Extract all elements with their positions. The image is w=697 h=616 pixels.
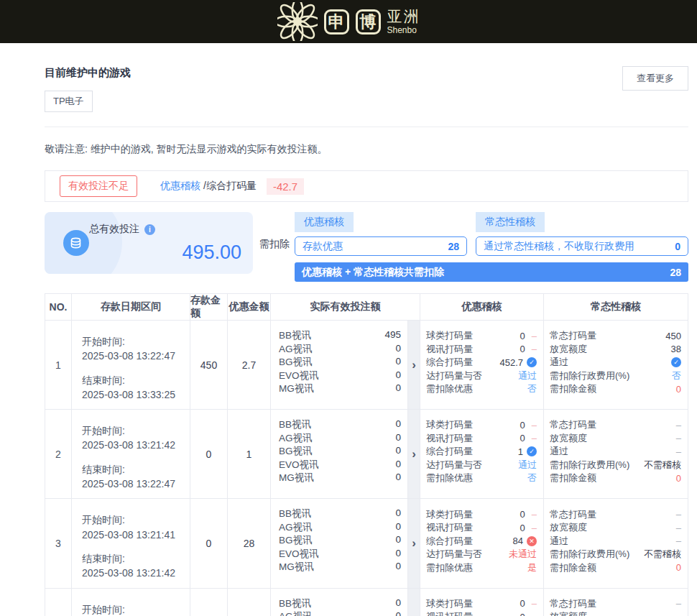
stat-value: 0– <box>520 509 537 520</box>
col-header-deposit: 存款金额 <box>190 294 228 321</box>
bet-line: BG视讯0 <box>279 534 401 548</box>
normal-deduction-label: 通过常态性稽核，不收取行政费用 <box>484 240 634 253</box>
cross-icon: ✕ <box>527 536 537 546</box>
bet-provider-label: MG视讯 <box>279 561 314 574</box>
stat-number: 0 <box>520 420 525 431</box>
stat-label: 需扣除行政费用(%) <box>550 369 629 382</box>
deduction-panels: 优惠稽核 存款优惠 28 常态性稽核 通过常态性稽核，不收取行政费用 0 优惠稽… <box>295 212 688 282</box>
tab-normal-audit[interactable]: 常态性稽核 <box>476 212 545 232</box>
row-expander[interactable]: › <box>408 499 420 588</box>
normal-audit-cell: 常态打码量–放宽额度–通过–需扣除行政费用(%)不需稽核需扣除金额0 <box>544 589 688 616</box>
stat-label: 放宽额度 <box>550 432 587 445</box>
bet-provider-label: MG视讯 <box>279 472 314 485</box>
dash-mark: – <box>676 433 681 443</box>
promo-audit-link[interactable]: 优惠稽核 <box>160 180 200 193</box>
bet-amount: 0 <box>395 507 401 521</box>
stat-line: 需扣除金额0 <box>550 561 681 574</box>
amount-value: 0 <box>676 473 681 484</box>
audit-deficit-value: -42.7 <box>267 178 304 195</box>
promo-audit-cell: 球类打码量0–视讯打码量0–综合打码量84✕达打码量与否未通过需扣除优惠是 <box>420 499 544 588</box>
bet-provider-label: EVO视讯 <box>279 548 319 561</box>
stat-line: 需扣除优惠否 <box>426 472 537 485</box>
row-expander[interactable]: › <box>408 410 420 499</box>
info-icon[interactable]: i <box>144 224 155 235</box>
stat-line: 视讯打码量0– <box>426 610 537 616</box>
tab-promo-audit[interactable]: 优惠稽核 <box>295 212 354 232</box>
stat-label: 球类打码量 <box>426 508 473 521</box>
pass-value: 否 <box>672 369 681 382</box>
stat-label: 放宽额度 <box>550 610 587 616</box>
insufficient-bet-badge: 有效投注不足 <box>60 175 137 197</box>
pass-value: 通过 <box>518 459 537 472</box>
total-deduction-value: 28 <box>670 267 681 278</box>
stat-line: 通过✓ <box>550 356 681 369</box>
table-row: 3开始时间:2025-03-08 13:21:41结束时间:2025-03-08… <box>45 499 688 588</box>
bet-line: MG视讯0 <box>279 382 401 396</box>
audit-metric-label: /综合打码量 <box>203 180 257 193</box>
stat-line: 放宽额度– <box>550 610 681 616</box>
dash-mark: – <box>676 523 681 533</box>
bet-line: AG视讯0 <box>279 343 401 357</box>
bet-amount: 0 <box>395 418 401 432</box>
logo-wordmark: 亚洲 Shenbo <box>387 9 420 35</box>
total-valid-bet-value: 495.00 <box>89 242 241 264</box>
stat-number: 0 <box>520 509 525 520</box>
bet-provider-label: BB视讯 <box>279 418 311 432</box>
stat-value: 未通过 <box>509 548 537 561</box>
bet-amount: 0 <box>395 459 401 472</box>
stat-value: 0– <box>520 523 537 533</box>
stat-value: 0 <box>676 384 681 395</box>
deposit-amount: 0 <box>190 499 228 588</box>
plain-value: 不需稽核 <box>644 548 681 561</box>
stat-number: 0 <box>520 598 525 609</box>
stat-line: 需扣除行政费用(%)不需稽核 <box>550 548 681 561</box>
row-expander[interactable]: › <box>408 321 420 410</box>
audit-status-bar: 有效投注不足 优惠稽核 /综合打码量 -42.7 <box>45 170 688 202</box>
stat-line: 通过– <box>550 445 681 459</box>
stat-number: 84 <box>513 535 523 546</box>
stat-label: 视讯打码量 <box>426 432 473 445</box>
table-row: 1开始时间:2025-03-08 13:22:47结束时间:2025-03-08… <box>45 321 688 410</box>
stat-label: 综合打码量 <box>426 535 473 548</box>
stat-line: 需扣除金额0 <box>550 472 681 485</box>
stat-value: 通过 <box>518 369 537 382</box>
bet-line: AG视讯0 <box>279 432 401 446</box>
stat-label: 常态打码量 <box>550 597 596 610</box>
bet-line: MG视讯0 <box>279 472 401 485</box>
maintenance-panel: 目前维护中的游戏 查看更多 TP电子 <box>45 53 688 127</box>
promo-deduction-value: 28 <box>448 241 459 252</box>
stat-label: 达打码量与否 <box>426 369 482 382</box>
dash-mark: – <box>532 612 537 616</box>
stat-value: – <box>676 509 681 520</box>
bet-amount: 0 <box>395 382 401 396</box>
deposit-date-range: 开始时间:2025-03-08 02:05:16结束时间:2025-03-08 … <box>72 589 190 616</box>
dash-mark: – <box>532 523 537 533</box>
stat-label: 放宽额度 <box>550 521 587 534</box>
view-more-button[interactable]: 查看更多 <box>622 66 688 91</box>
actual-bets-cell: BB视讯0AG视讯0BG视讯0EVO视讯0MG视讯0 <box>271 499 408 588</box>
bet-provider-label: BG视讯 <box>279 356 313 369</box>
stat-line: 达打码量与否通过 <box>426 459 537 472</box>
promo-audit-cell: 球类打码量0–视讯打码量0–综合打码量1✓达打码量与否通过需扣除优惠否 <box>420 410 544 499</box>
row-expander[interactable]: › <box>408 589 420 616</box>
stat-line: 视讯打码量0– <box>426 521 537 535</box>
stat-value: 0– <box>520 420 537 431</box>
dash-mark: – <box>532 433 537 443</box>
stat-number: 0 <box>520 433 525 443</box>
stat-label: 常态打码量 <box>550 508 596 521</box>
bonus-amount: 28 <box>228 499 271 588</box>
bonus-amount: 1 <box>228 410 271 499</box>
normal-audit-cell: 常态打码量450放宽额度38通过✓需扣除行政费用(%)否需扣除金额0 <box>544 321 688 410</box>
summary-section: 总有效投注 i 495.00 需扣除 优惠稽核 存款优惠 28 常态性稽核 <box>45 212 688 282</box>
stat-number: 0 <box>520 344 525 354</box>
bet-provider-label: BB视讯 <box>279 329 311 343</box>
amount-value: 0 <box>676 562 681 573</box>
row-number: 4 <box>45 589 72 616</box>
bet-provider-label: AG视讯 <box>279 432 313 446</box>
pass-value: 否 <box>527 382 537 395</box>
flower-logo-icon <box>277 2 318 41</box>
normal-audit-cell: 常态打码量–放宽额度–通过–需扣除行政费用(%)不需稽核需扣除金额0 <box>544 410 688 499</box>
stat-label: 球类打码量 <box>426 597 473 610</box>
stat-number: 0 <box>520 612 525 616</box>
stat-label: 需扣除金额 <box>550 382 596 395</box>
